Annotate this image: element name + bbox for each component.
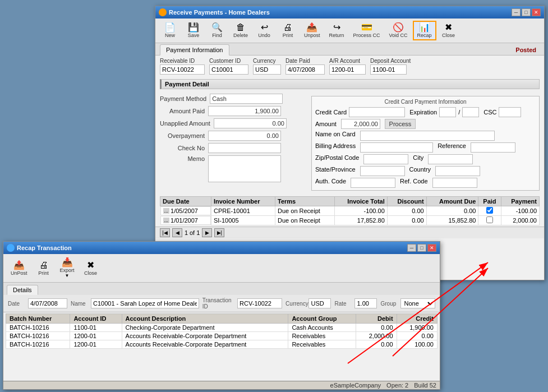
unpost-icon: 📤 <box>306 23 317 32</box>
recap-rate-input[interactable] <box>354 298 377 308</box>
process-button[interactable]: Process <box>385 119 416 129</box>
city-label: City <box>413 154 423 164</box>
cc-amount-input[interactable] <box>341 119 380 129</box>
payment-info-tab[interactable]: Payment Information <box>160 44 229 56</box>
amount-paid-input[interactable] <box>208 106 281 116</box>
recap-print-button[interactable]: 🖨 Print <box>33 259 55 278</box>
cell-paid[interactable] <box>478 206 501 216</box>
last-page-btn[interactable]: ▶| <box>214 228 224 237</box>
find-icon: 🔍 <box>211 23 223 32</box>
deposit-account-input[interactable] <box>370 64 407 75</box>
recap-button[interactable]: 📊 Recap <box>413 21 436 40</box>
find-button[interactable]: 🔍 Find <box>206 21 228 40</box>
first-page-btn[interactable]: |◀ <box>160 228 170 237</box>
details-tab[interactable]: Details <box>7 285 38 295</box>
recap-label: Recap <box>417 33 432 38</box>
recap-minimize-button[interactable]: ─ <box>407 244 416 252</box>
undo-button[interactable]: ↩ Undo <box>253 21 275 40</box>
recap-form-row: Date Name Transaction ID Currency Rate G… <box>3 295 440 312</box>
batch-cell-account2: 1200-01 <box>70 332 122 340</box>
auth-input[interactable] <box>351 178 395 188</box>
cc-row7: Auth. Code Ref. Code <box>315 178 536 188</box>
delete-button[interactable]: 🗑 Delete <box>229 21 252 40</box>
recap-close-button[interactable]: ✕ <box>427 244 436 252</box>
recap-group-select[interactable]: None <box>400 298 435 308</box>
csc-label: CSC <box>483 109 496 116</box>
nav-btn-row2[interactable]: ... <box>163 218 170 223</box>
maximize-button[interactable]: □ <box>522 8 531 16</box>
recap-export-button[interactable]: 📥 Export ▼ <box>56 256 79 280</box>
save-button[interactable]: 💾 Save <box>182 21 205 40</box>
prev-page-btn[interactable]: ◀ <box>172 228 182 237</box>
void-cc-icon: 🚫 <box>393 23 404 32</box>
cc-input[interactable] <box>349 107 405 117</box>
recap-name-label: Name <box>71 301 88 307</box>
country-label: Country <box>409 166 431 176</box>
receivable-id-group: Receivable ID <box>160 58 205 75</box>
print-button[interactable]: 🖨 Print <box>277 21 299 40</box>
reference-input[interactable] <box>471 142 515 153</box>
state-input[interactable] <box>360 166 405 176</box>
cc-row1: Credit Card Expiration / CSC <box>315 107 536 117</box>
cell-paid2[interactable] <box>478 216 501 225</box>
col-amount-due: Amount Due <box>426 197 478 206</box>
return-button[interactable]: ↪ Return <box>325 21 348 40</box>
exp-year-input[interactable] <box>462 107 479 117</box>
name-input[interactable] <box>360 131 495 141</box>
save-icon: 💾 <box>188 23 199 32</box>
method-input[interactable] <box>210 94 283 104</box>
unapplied-input[interactable] <box>214 118 287 128</box>
overpayment-input[interactable] <box>208 131 281 141</box>
cell-invoice-number2: SI-10005 <box>211 216 275 225</box>
ar-account-group: A/R Account <box>329 58 366 75</box>
close-button[interactable]: ✖ Close <box>438 21 460 40</box>
recap-txn-input[interactable] <box>237 298 282 308</box>
cell-amount-due2: 15,852.80 <box>426 216 478 225</box>
country-input[interactable] <box>435 166 480 176</box>
city-input[interactable] <box>428 154 473 164</box>
recap-close-toolbar-button[interactable]: ✖ Close <box>80 259 102 278</box>
recap-currency-input[interactable] <box>308 298 331 308</box>
minimize-button[interactable]: ─ <box>512 8 521 16</box>
batch-cell-desc3: Accounts Receivable-Corporate Department <box>122 340 288 349</box>
process-cc-button[interactable]: 💳 Process CC <box>349 21 384 40</box>
nav-btn-row1[interactable]: ... <box>163 208 170 214</box>
paid-checkbox-1[interactable] <box>486 207 493 214</box>
nav-bar: |◀ ◀ 1 of 1 ▶ ▶| <box>155 227 544 238</box>
paid-checkbox-2[interactable] <box>486 216 493 223</box>
amount-paid-label: Amount Paid <box>160 108 205 114</box>
save-label: Save <box>188 33 200 38</box>
unpost-label: Unpost <box>304 33 320 38</box>
csc-input[interactable] <box>499 107 521 117</box>
payment-detail-section[interactable]: Payment Detail <box>160 79 540 89</box>
billing-input[interactable] <box>360 142 433 153</box>
recap-name-input[interactable] <box>91 298 199 308</box>
main-close-button[interactable]: ✕ <box>532 8 541 16</box>
recap-date-input[interactable] <box>28 298 67 308</box>
customer-id-input[interactable] <box>209 64 248 75</box>
next-page-btn[interactable]: ▶ <box>202 228 212 237</box>
check-no-input[interactable] <box>208 143 281 153</box>
void-cc-button[interactable]: 🚫 Void CC <box>385 21 412 40</box>
unpost-button[interactable]: 📤 Unpost <box>300 21 324 40</box>
ref-code-label: Ref. Code <box>400 178 428 188</box>
exp-month-input[interactable] <box>439 107 456 117</box>
reference-label: Reference <box>438 142 466 153</box>
find-label: Find <box>212 33 222 38</box>
date-paid-input[interactable] <box>285 64 325 75</box>
build-label: Build 52 <box>414 382 436 389</box>
receivable-id-input[interactable] <box>160 64 205 75</box>
check-no-row: Check No <box>160 143 306 153</box>
ref-code-input[interactable] <box>432 178 477 188</box>
auth-label: Auth. Code <box>315 178 346 188</box>
new-button[interactable]: 📄 New <box>159 21 181 40</box>
ar-account-input[interactable] <box>329 64 366 75</box>
currency-input[interactable] <box>253 64 281 75</box>
process-cc-label: Process CC <box>353 33 380 38</box>
recap-unpost-button[interactable]: 📤 UnPost <box>7 259 31 278</box>
memo-textarea[interactable] <box>208 155 281 182</box>
recap-maximize-button[interactable]: □ <box>417 244 426 252</box>
deposit-account-label: Deposit Account <box>370 58 411 64</box>
zip-input[interactable] <box>363 154 408 164</box>
company-label: eSampleCompany <box>330 382 381 389</box>
